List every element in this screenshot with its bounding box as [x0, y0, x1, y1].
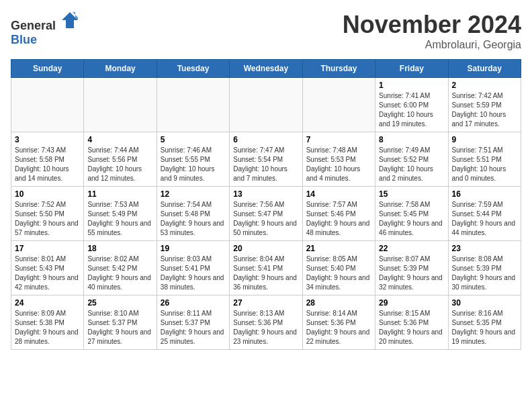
day-header-sunday: Sunday	[11, 60, 84, 78]
day-number: 9	[452, 135, 517, 144]
calendar-cell: 22Sunrise: 8:07 AM Sunset: 5:39 PM Dayli…	[375, 241, 448, 295]
day-number: 20	[233, 244, 298, 253]
week-row-5: 24Sunrise: 8:09 AM Sunset: 5:38 PM Dayli…	[11, 295, 521, 350]
calendar-cell: 2Sunrise: 7:42 AM Sunset: 5:59 PM Daylig…	[448, 78, 521, 132]
day-number: 19	[161, 244, 226, 253]
day-header-tuesday: Tuesday	[157, 60, 229, 78]
calendar-cell: 8Sunrise: 7:49 AM Sunset: 5:52 PM Daylig…	[375, 132, 448, 187]
calendar-cell: 10Sunrise: 7:52 AM Sunset: 5:50 PM Dayli…	[11, 187, 84, 241]
calendar-cell: 19Sunrise: 8:03 AM Sunset: 5:41 PM Dayli…	[157, 241, 229, 295]
calendar-cell: 4Sunrise: 7:44 AM Sunset: 5:56 PM Daylig…	[84, 132, 157, 187]
calendar-cell: 30Sunrise: 8:16 AM Sunset: 5:35 PM Dayli…	[448, 295, 521, 350]
logo-blue: Blue	[11, 33, 37, 46]
day-info: Sunrise: 8:13 AM Sunset: 5:36 PM Dayligh…	[233, 309, 298, 347]
day-number: 25	[87, 298, 152, 308]
day-number: 26	[161, 298, 226, 308]
day-number: 22	[379, 244, 444, 253]
calendar-cell	[302, 78, 375, 132]
calendar-cell	[230, 78, 302, 132]
day-number: 13	[233, 189, 298, 199]
calendar-cell: 14Sunrise: 7:57 AM Sunset: 5:46 PM Dayli…	[302, 187, 375, 241]
calendar-cell: 12Sunrise: 7:54 AM Sunset: 5:48 PM Dayli…	[157, 187, 229, 241]
day-number: 12	[161, 189, 226, 199]
calendar-cell: 26Sunrise: 8:11 AM Sunset: 5:37 PM Dayli…	[157, 295, 229, 350]
day-number: 14	[306, 189, 371, 199]
day-number: 2	[452, 81, 517, 90]
day-info: Sunrise: 7:58 AM Sunset: 5:45 PM Dayligh…	[379, 200, 444, 238]
day-info: Sunrise: 8:09 AM Sunset: 5:38 PM Dayligh…	[15, 309, 80, 347]
day-info: Sunrise: 8:05 AM Sunset: 5:40 PM Dayligh…	[306, 255, 371, 292]
calendar-cell: 17Sunrise: 8:01 AM Sunset: 5:43 PM Dayli…	[11, 241, 84, 295]
day-info: Sunrise: 7:57 AM Sunset: 5:46 PM Dayligh…	[306, 200, 371, 238]
day-number: 11	[87, 189, 152, 199]
calendar-cell: 18Sunrise: 8:02 AM Sunset: 5:42 PM Dayli…	[84, 241, 157, 295]
day-info: Sunrise: 7:51 AM Sunset: 5:51 PM Dayligh…	[452, 146, 517, 183]
day-info: Sunrise: 8:10 AM Sunset: 5:37 PM Dayligh…	[87, 309, 152, 347]
day-header-saturday: Saturday	[448, 60, 521, 78]
day-info: Sunrise: 8:03 AM Sunset: 5:41 PM Dayligh…	[161, 255, 226, 292]
logo: General Blue	[11, 11, 79, 47]
calendar-cell: 6Sunrise: 7:47 AM Sunset: 5:54 PM Daylig…	[230, 132, 302, 187]
day-header-wednesday: Wednesday	[230, 60, 302, 78]
week-row-3: 10Sunrise: 7:52 AM Sunset: 5:50 PM Dayli…	[11, 187, 521, 241]
day-info: Sunrise: 8:15 AM Sunset: 5:36 PM Dayligh…	[379, 309, 444, 347]
day-info: Sunrise: 8:14 AM Sunset: 5:36 PM Dayligh…	[306, 309, 371, 347]
day-info: Sunrise: 8:07 AM Sunset: 5:39 PM Dayligh…	[379, 255, 444, 292]
day-number: 23	[452, 244, 517, 253]
week-row-4: 17Sunrise: 8:01 AM Sunset: 5:43 PM Dayli…	[11, 241, 521, 295]
day-info: Sunrise: 8:16 AM Sunset: 5:35 PM Dayligh…	[452, 309, 517, 347]
day-info: Sunrise: 8:02 AM Sunset: 5:42 PM Dayligh…	[87, 255, 152, 292]
day-info: Sunrise: 8:04 AM Sunset: 5:41 PM Dayligh…	[233, 255, 298, 292]
calendar-cell	[157, 78, 229, 132]
day-info: Sunrise: 7:56 AM Sunset: 5:47 PM Dayligh…	[233, 200, 298, 238]
day-number: 29	[379, 298, 444, 308]
day-number: 28	[306, 298, 371, 308]
day-info: Sunrise: 7:49 AM Sunset: 5:52 PM Dayligh…	[379, 146, 444, 183]
calendar-cell: 11Sunrise: 7:53 AM Sunset: 5:49 PM Dayli…	[84, 187, 157, 241]
calendar-cell: 27Sunrise: 8:13 AM Sunset: 5:36 PM Dayli…	[230, 295, 302, 350]
month-title: November 2024	[343, 11, 521, 39]
page-header: General Blue November 2024 Ambrolauri, G…	[11, 11, 521, 51]
day-header-thursday: Thursday	[302, 60, 375, 78]
calendar-cell: 7Sunrise: 7:48 AM Sunset: 5:53 PM Daylig…	[302, 132, 375, 187]
calendar-cell: 21Sunrise: 8:05 AM Sunset: 5:40 PM Dayli…	[302, 241, 375, 295]
calendar-cell: 3Sunrise: 7:43 AM Sunset: 5:58 PM Daylig…	[11, 132, 84, 187]
calendar-cell	[84, 78, 157, 132]
day-info: Sunrise: 8:08 AM Sunset: 5:39 PM Dayligh…	[452, 255, 517, 292]
header-row: SundayMondayTuesdayWednesdayThursdayFrid…	[11, 60, 521, 78]
day-info: Sunrise: 8:11 AM Sunset: 5:37 PM Dayligh…	[161, 309, 226, 347]
day-info: Sunrise: 7:43 AM Sunset: 5:58 PM Dayligh…	[15, 146, 80, 183]
logo-text: General Blue	[11, 11, 79, 47]
day-number: 4	[87, 135, 152, 144]
calendar-cell: 15Sunrise: 7:58 AM Sunset: 5:45 PM Dayli…	[375, 187, 448, 241]
day-header-friday: Friday	[375, 60, 448, 78]
calendar-table: SundayMondayTuesdayWednesdayThursdayFrid…	[11, 59, 521, 350]
week-row-2: 3Sunrise: 7:43 AM Sunset: 5:58 PM Daylig…	[11, 132, 521, 187]
calendar-cell: 24Sunrise: 8:09 AM Sunset: 5:38 PM Dayli…	[11, 295, 84, 350]
calendar-cell: 25Sunrise: 8:10 AM Sunset: 5:37 PM Dayli…	[84, 295, 157, 350]
day-info: Sunrise: 7:46 AM Sunset: 5:55 PM Dayligh…	[161, 146, 226, 183]
day-info: Sunrise: 7:52 AM Sunset: 5:50 PM Dayligh…	[15, 200, 80, 238]
week-row-1: 1Sunrise: 7:41 AM Sunset: 6:00 PM Daylig…	[11, 78, 521, 132]
calendar-cell: 5Sunrise: 7:46 AM Sunset: 5:55 PM Daylig…	[157, 132, 229, 187]
day-info: Sunrise: 7:41 AM Sunset: 6:00 PM Dayligh…	[379, 91, 444, 129]
day-info: Sunrise: 7:54 AM Sunset: 5:48 PM Dayligh…	[161, 200, 226, 238]
day-number: 24	[15, 298, 80, 308]
day-info: Sunrise: 7:44 AM Sunset: 5:56 PM Dayligh…	[87, 146, 152, 183]
logo-general: General	[11, 19, 56, 32]
calendar-cell: 16Sunrise: 7:59 AM Sunset: 5:44 PM Dayli…	[448, 187, 521, 241]
day-header-monday: Monday	[84, 60, 157, 78]
calendar-cell: 1Sunrise: 7:41 AM Sunset: 6:00 PM Daylig…	[375, 78, 448, 132]
day-number: 30	[452, 298, 517, 308]
day-number: 7	[306, 135, 371, 144]
calendar-cell: 29Sunrise: 8:15 AM Sunset: 5:36 PM Dayli…	[375, 295, 448, 350]
day-number: 10	[15, 189, 80, 199]
day-info: Sunrise: 7:59 AM Sunset: 5:44 PM Dayligh…	[452, 200, 517, 238]
calendar-cell: 20Sunrise: 8:04 AM Sunset: 5:41 PM Dayli…	[230, 241, 302, 295]
calendar-cell: 13Sunrise: 7:56 AM Sunset: 5:47 PM Dayli…	[230, 187, 302, 241]
day-number: 6	[233, 135, 298, 144]
day-number: 16	[452, 189, 517, 199]
day-number: 8	[379, 135, 444, 144]
day-info: Sunrise: 7:48 AM Sunset: 5:53 PM Dayligh…	[306, 146, 371, 183]
calendar-cell	[11, 78, 84, 132]
